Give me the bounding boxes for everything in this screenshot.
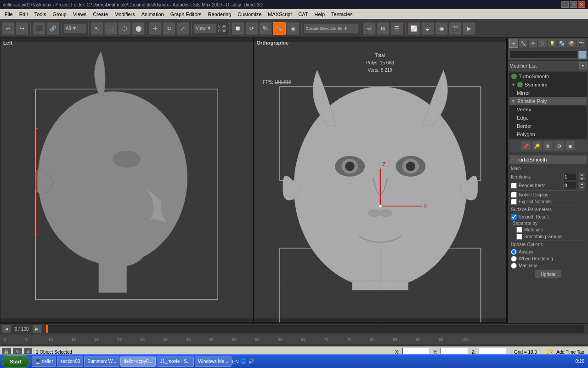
timeline-prev-button[interactable]: ◀ — [2, 325, 11, 333]
menu-edit[interactable]: Edit — [17, 10, 31, 19]
taskbar-item-4[interactable]: 11_movie - S... — [157, 356, 194, 367]
maximize-button[interactable]: □ — [570, 1, 577, 8]
quick-render-button[interactable]: ▶ — [463, 22, 475, 35]
always-radio[interactable] — [511, 249, 517, 255]
object-color-swatch[interactable] — [578, 51, 587, 59]
menu-tools[interactable]: Tools — [32, 10, 49, 19]
view-dropdown[interactable]: View ▼ — [193, 23, 216, 34]
start-button[interactable]: Start — [2, 355, 29, 368]
taskbar-item-1[interactable]: section03 — [57, 356, 83, 367]
link-button[interactable]: 🔗 — [46, 22, 59, 35]
configure-modifier-sets[interactable]: ⚙ — [554, 141, 564, 151]
smoothing-groups-checkbox[interactable] — [516, 234, 522, 240]
object-name-input[interactable]: dellor — [509, 51, 577, 59]
menu-views[interactable]: Views — [70, 10, 89, 19]
stack-vertex[interactable]: Vertex — [509, 105, 587, 114]
viewport-left[interactable]: Left — [0, 38, 254, 323]
modifier-list-dropdown[interactable]: ▼ — [579, 62, 587, 69]
spinner-snap-button[interactable]: 🔧 — [273, 22, 286, 35]
angle-snap-button[interactable]: ⟳ — [245, 22, 258, 35]
select-region-button[interactable]: ⬚ — [104, 22, 117, 35]
render-iters-up[interactable]: ▲ — [579, 182, 585, 185]
stack-border[interactable]: Border — [509, 122, 587, 130]
extra-icon-1[interactable]: 📦 — [567, 39, 576, 48]
smooth-result-checkbox[interactable] — [511, 214, 517, 220]
iterations-input[interactable] — [563, 173, 577, 180]
extra-icon-2[interactable]: 📷 — [577, 39, 586, 48]
undo-button[interactable]: ↩ — [2, 22, 15, 35]
select-object-button[interactable]: ⬛ — [33, 22, 45, 35]
modifier-list-label: Modifier List — [509, 63, 544, 69]
render-iters-input[interactable] — [563, 182, 577, 189]
timeline-scrubber[interactable] — [46, 325, 48, 333]
menu-maxscript[interactable]: MAXScript — [265, 10, 294, 19]
display-tab-icon[interactable]: 💡 — [548, 39, 557, 48]
materials-checkbox[interactable] — [516, 227, 522, 233]
curve-editor-button[interactable]: 📈 — [407, 22, 420, 35]
iterations-down[interactable]: ▼ — [579, 177, 585, 180]
timeline-track[interactable] — [45, 325, 584, 333]
update-button[interactable]: Update — [535, 270, 561, 278]
snaps-toggle-button[interactable]: 🔲 — [232, 22, 244, 35]
lasso-select-button[interactable]: ⬡ — [118, 22, 131, 35]
select-button[interactable]: ↖ — [90, 22, 103, 35]
remove-modifier-button[interactable]: 🗑 — [543, 141, 553, 151]
render-iters-down[interactable]: ▼ — [579, 185, 585, 189]
make-unique-button[interactable]: 🔑 — [532, 141, 542, 151]
stack-symmetry[interactable]: ▼ Symmetry — [509, 80, 587, 89]
menu-group[interactable]: Group — [50, 10, 69, 19]
modify-tab-icon[interactable]: 🔧 — [519, 39, 528, 48]
mirror-button[interactable]: ⇔ — [363, 22, 376, 35]
pin-stack-button[interactable]: 📌 — [521, 141, 531, 151]
edit-named-selections[interactable]: ▣ — [287, 22, 300, 35]
schematic-view-button[interactable]: ⬙ — [421, 22, 434, 35]
material-editor-button[interactable]: ◉ — [435, 22, 448, 35]
viewport-orthographic[interactable]: Orthographic Total Polys: 15 663 Verts: … — [254, 38, 507, 323]
render-scene-button[interactable]: 🎬 — [449, 22, 462, 35]
create-selection-set[interactable]: Create Selection Se ▼ — [304, 23, 359, 34]
create-tab-icon[interactable]: ✦ — [509, 39, 518, 48]
taskbar-item-2[interactable]: Summon: W... — [84, 356, 119, 367]
minimize-button[interactable]: ─ — [561, 1, 569, 8]
show-all-subtrees[interactable]: ◼ — [565, 141, 575, 151]
motion-tab-icon[interactable]: ▷ — [538, 39, 547, 48]
when-rendering-radio[interactable] — [511, 256, 517, 262]
render-iters-checkbox[interactable] — [511, 183, 517, 189]
timeline-next-button[interactable]: ▶ — [33, 325, 42, 333]
stack-edge[interactable]: Edge — [509, 114, 587, 122]
align-button[interactable]: ⊞ — [377, 22, 390, 35]
taskbar-item-5[interactable]: Windows Me... — [195, 356, 232, 367]
utilities-tab-icon[interactable]: 🔩 — [557, 39, 566, 48]
menu-graph-editors[interactable]: Graph Editors — [168, 10, 204, 19]
rotate-button[interactable]: ↻ — [163, 22, 175, 35]
taskbar-item-0[interactable]: 🖥️ dellor — [32, 356, 56, 367]
menu-rendering[interactable]: Rendering — [205, 10, 234, 19]
percent-snap-button[interactable]: % — [259, 22, 272, 35]
selection-filter-dropdown[interactable]: All ▼ — [63, 23, 86, 34]
menu-modifiers[interactable]: Modifiers — [112, 10, 138, 19]
move-button[interactable]: ✛ — [149, 22, 162, 35]
redo-button[interactable]: ↪ — [16, 22, 28, 35]
isoline-display-checkbox[interactable] — [511, 192, 517, 198]
scale-button[interactable]: ⤢ — [176, 22, 189, 35]
layer-manager-button[interactable]: ☰ — [390, 22, 403, 35]
menu-tentacles[interactable]: Tentacles — [328, 10, 355, 19]
menu-cat[interactable]: CAT — [295, 10, 311, 19]
menu-file[interactable]: File — [2, 10, 16, 19]
hierarchy-tab-icon[interactable]: ⊕ — [528, 39, 537, 48]
menu-animation[interactable]: Animation — [139, 10, 167, 19]
manually-radio[interactable] — [511, 263, 517, 269]
menu-create[interactable]: Create — [90, 10, 111, 19]
taskbar-item-3[interactable]: dellor-copy0... — [120, 356, 156, 367]
stack-mirror[interactable]: Mirror — [509, 89, 587, 97]
turbosmooth-header[interactable]: ─ TurboSmooth — [509, 155, 587, 164]
stack-polygon[interactable]: Polygon — [509, 130, 587, 138]
iterations-up[interactable]: ▲ — [579, 173, 585, 177]
stack-editable-poly[interactable]: ▼ Editable Poly — [509, 97, 587, 105]
menu-help[interactable]: Help — [311, 10, 328, 19]
paint-select-button[interactable]: ⬤ — [132, 22, 145, 35]
explicit-normals-checkbox[interactable] — [511, 199, 517, 205]
menu-customize[interactable]: Customize — [235, 10, 264, 19]
close-button[interactable]: ✕ — [578, 1, 585, 8]
stack-turbosmooth[interactable]: TurboSmooth — [509, 72, 587, 80]
